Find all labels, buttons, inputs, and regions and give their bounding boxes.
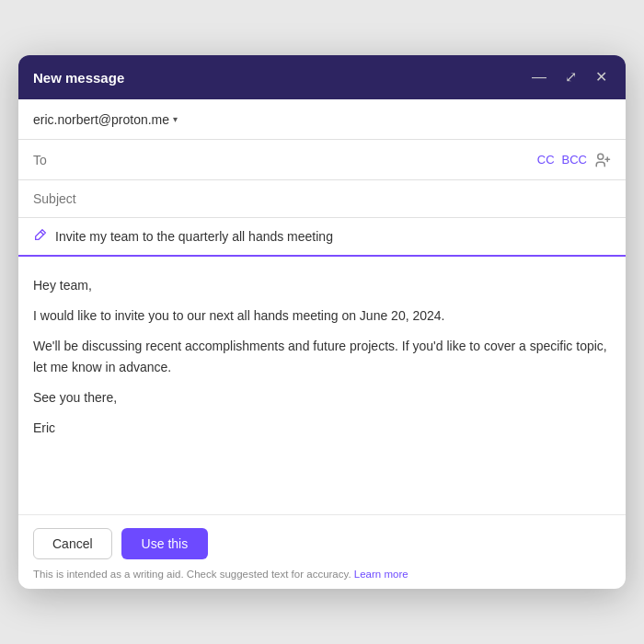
email-signature: Eric [33,418,611,439]
email-line2: We'll be discussing recent accomplishmen… [33,336,611,378]
email-body: Hey team, I would like to invite you to … [18,257,626,514]
maximize-icon: ⤢ [565,70,577,85]
header-controls: — ⤢ ✕ [528,68,611,86]
ai-wand-icon [33,227,48,242]
email-signoff: See you there, [33,387,611,408]
disclaimer-text: This is intended as a writing aid. Check… [33,569,351,580]
from-chevron-icon: ▾ [173,114,178,124]
from-selector[interactable]: eric.norbert@proton.me ▾ [33,112,178,127]
close-button[interactable]: ✕ [592,68,611,86]
to-input[interactable] [33,153,537,167]
minimize-icon: — [532,70,546,85]
cc-button[interactable]: CC [537,153,555,167]
footer-buttons: Cancel Use this [33,528,611,559]
cancel-button[interactable]: Cancel [33,528,112,559]
close-icon: ✕ [595,70,607,85]
learn-more-link[interactable]: Learn more [354,569,408,580]
email-line1: I would like to invite you to our next a… [33,305,611,327]
ai-prompt-row: Invite my team to the quarterly all hand… [18,218,626,257]
from-row: eric.norbert@proton.me ▾ [18,99,626,140]
footer-disclaimer: This is intended as a writing aid. Check… [33,569,611,580]
minimize-button[interactable]: — [528,68,550,86]
email-greeting: Hey team, [33,275,611,296]
to-row: CC BCC [18,140,626,180]
maximize-button[interactable]: ⤢ [561,68,581,86]
modal-footer: Cancel Use this This is intended as a wr… [18,514,626,589]
modal-title: New message [33,70,124,86]
modal-header: New message — ⤢ ✕ [18,55,626,99]
ai-sparkle-icon [33,227,48,246]
svg-point-0 [598,154,604,159]
subject-row [18,180,626,218]
new-message-modal: New message — ⤢ ✕ eric.norbert@proton.me… [18,55,626,589]
to-actions: CC BCC [537,152,611,168]
bcc-button[interactable]: BCC [562,153,587,167]
from-email: eric.norbert@proton.me [33,112,169,127]
modal-body: eric.norbert@proton.me ▾ CC BCC [18,99,626,514]
add-contact-button[interactable] [594,152,611,168]
add-contact-icon [594,152,611,168]
subject-input[interactable] [33,180,611,217]
use-this-button[interactable]: Use this [121,528,209,559]
ai-prompt-text: Invite my team to the quarterly all hand… [55,229,611,244]
